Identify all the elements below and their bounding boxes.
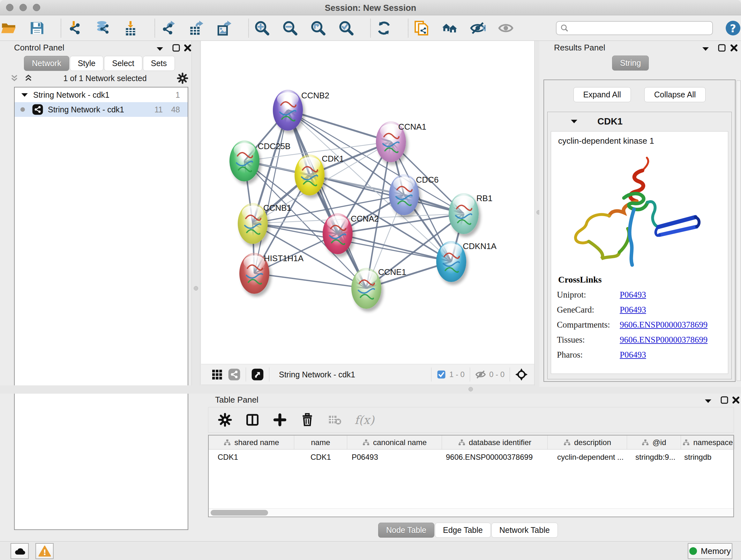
table-cell[interactable]: stringdb	[684, 453, 735, 462]
zoom-in-icon[interactable]	[253, 19, 271, 37]
column-header-description[interactable]: description	[548, 435, 627, 449]
expand-all-button[interactable]: Expand All	[574, 87, 631, 102]
network-edge[interactable]	[288, 110, 391, 142]
save-session-icon[interactable]	[28, 19, 45, 37]
control-panel-float-icon[interactable]	[172, 44, 181, 52]
first-neighbors-icon[interactable]	[441, 19, 458, 37]
table-cell[interactable]: stringdb:9...	[635, 453, 681, 462]
status-bar: Memory	[0, 541, 741, 560]
column-header-canonical-name[interactable]: canonical name	[347, 435, 442, 449]
results-panel-menu-icon[interactable]	[701, 46, 710, 52]
node-label-cdc25b: CDC25B	[239, 141, 309, 151]
column-header-id[interactable]: @id	[627, 435, 681, 449]
table-tabs: Node TableEdge TableNetwork Table	[378, 523, 558, 538]
results-scrollbar[interactable]	[737, 80, 741, 381]
trash-icon[interactable]	[300, 412, 315, 428]
table-scrollbar-thumb[interactable]	[211, 510, 268, 516]
help-icon[interactable]: ?	[725, 19, 741, 37]
zoom-selected-icon[interactable]	[338, 19, 355, 37]
table-panel-menu-icon[interactable]	[704, 398, 712, 404]
detach-view-icon[interactable]	[251, 368, 264, 381]
crosslink-label: GeneCard:	[551, 305, 620, 315]
hide-selected-icon[interactable]	[469, 19, 486, 37]
control-panel-menu-icon[interactable]	[156, 46, 164, 52]
expand-all-chevrons-icon[interactable]	[10, 73, 19, 83]
selected-checkbox-icon[interactable]	[436, 370, 446, 379]
zoom-fit-icon[interactable]	[310, 19, 327, 37]
show-all-icon[interactable]	[497, 19, 515, 37]
refresh-icon[interactable]	[375, 19, 393, 37]
toolbar-groups	[0, 19, 525, 37]
add-icon[interactable]	[272, 412, 287, 428]
node-details-header[interactable]: CDK1	[548, 112, 731, 131]
crosslink-link[interactable]: P06493	[620, 290, 646, 300]
column-header-namespace[interactable]: namespace	[681, 435, 735, 449]
import-database-icon[interactable]	[94, 19, 111, 37]
results-panel-float-icon[interactable]	[718, 44, 726, 52]
tab-string[interactable]: String	[612, 56, 649, 71]
share-view-icon[interactable]	[228, 368, 241, 381]
results-panel-close-icon[interactable]	[730, 44, 738, 52]
left-splitter-handle[interactable]	[194, 286, 198, 291]
table-cell[interactable]: CDK1	[218, 453, 294, 462]
table-horizontal-scrollbar[interactable]	[209, 508, 733, 516]
network-row[interactable]: String Network - cdk1 11 48	[15, 102, 188, 117]
export-network-icon[interactable]	[159, 19, 177, 37]
table-cell[interactable]: P06493	[352, 453, 442, 462]
network-options-gear-icon[interactable]	[177, 72, 188, 84]
collapse-all-chevrons-icon[interactable]	[23, 73, 33, 83]
column-header-name[interactable]: name	[294, 435, 347, 449]
warnings-button[interactable]	[36, 543, 54, 559]
columns-icon[interactable]	[245, 412, 260, 428]
network-edge[interactable]	[254, 273, 366, 288]
search-input[interactable]	[556, 21, 713, 35]
import-network-icon[interactable]	[66, 19, 83, 37]
duplicate-network-icon[interactable]	[413, 19, 430, 37]
network-canvas[interactable]: CCNB2 CCNA1 CDC25B CDK1	[201, 41, 534, 364]
node-label-ccna2: CCNA2	[330, 214, 400, 224]
table-cell[interactable]: cyclin-dependent ...	[557, 453, 627, 462]
node-details-expander-icon[interactable]	[570, 118, 578, 124]
export-image-icon[interactable]	[216, 19, 233, 37]
left-splitter[interactable]	[192, 41, 200, 387]
crosslink-row: Tissues: 9606.ENSP00000378699	[551, 335, 717, 345]
collapse-all-button[interactable]: Collapse All	[644, 87, 706, 102]
tab-network[interactable]: Network	[24, 56, 69, 71]
hidden-eye-icon[interactable]	[475, 369, 486, 380]
crosslink-link[interactable]: P06493	[620, 350, 646, 360]
table-panel-float-icon[interactable]	[720, 395, 729, 405]
crosslink-link[interactable]: 9606.ENSP00000378699	[620, 335, 708, 345]
gear-icon[interactable]	[217, 412, 232, 428]
fit-content-crosshair-icon[interactable]	[515, 368, 528, 381]
tab-edge-table[interactable]: Edge Table	[435, 523, 491, 538]
network-edge[interactable]	[254, 110, 288, 273]
column-header-shared-name[interactable]: shared name	[209, 435, 294, 449]
crosslink-link[interactable]: P06493	[620, 305, 646, 315]
table-panel-close-icon[interactable]	[731, 395, 740, 405]
table-cell[interactable]: CDK1	[294, 453, 347, 462]
node-table: shared namenamecanonical namedatabase id…	[208, 435, 734, 517]
tab-network-table[interactable]: Network Table	[491, 523, 558, 538]
column-label: name	[311, 438, 330, 447]
string-results-container: Expand All Collapse All CDK1 cyclin-depe…	[543, 79, 736, 382]
cloud-button[interactable]	[10, 543, 29, 559]
zoom-out-icon[interactable]	[281, 19, 299, 37]
import-table-icon[interactable]	[122, 19, 139, 37]
column-header-database-identifier[interactable]: database identifier	[442, 435, 548, 449]
collection-expander-icon[interactable]	[20, 92, 29, 98]
horizontal-splitter-handle[interactable]	[468, 387, 473, 391]
node-details-card: CDK1 cyclin-dependent kinase 1	[547, 112, 732, 379]
crosslink-link[interactable]: 9606.ENSP00000378699	[620, 320, 708, 330]
tab-sets[interactable]: Sets	[143, 56, 175, 71]
memory-button[interactable]: Memory	[688, 543, 732, 559]
open-session-icon[interactable]	[0, 19, 17, 37]
network-view-toolbar: String Network - cdk1 1 - 0 0 - 0	[201, 364, 534, 385]
control-panel-close-icon[interactable]	[183, 44, 192, 52]
grid-view-icon[interactable]	[211, 369, 223, 380]
tab-style[interactable]: Style	[70, 56, 104, 71]
network-collection-row[interactable]: String Network - cdk1 1	[15, 87, 188, 102]
tab-select[interactable]: Select	[104, 56, 142, 71]
export-table-icon[interactable]	[188, 19, 205, 37]
tab-node-table[interactable]: Node Table	[378, 523, 434, 538]
table-cell[interactable]: 9606.ENSP00000378699	[446, 453, 548, 462]
